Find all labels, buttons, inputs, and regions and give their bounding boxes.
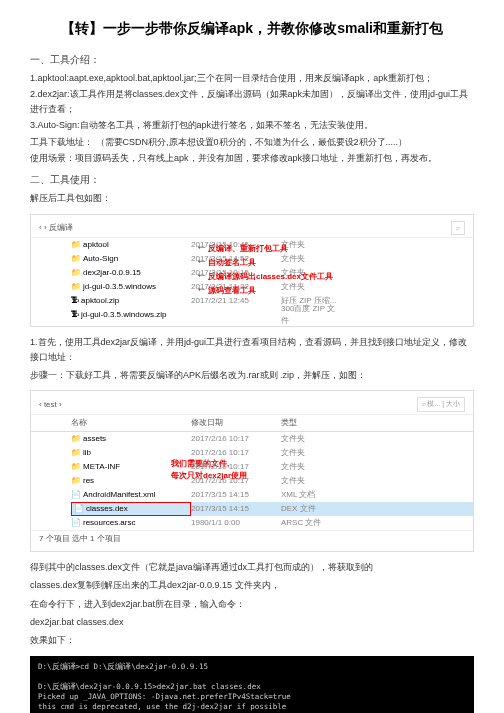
file-type: 文件夹 [281, 433, 341, 445]
file-type: 300百度 ZIP 文件 [281, 303, 341, 327]
section-tools-heading: 一、工具介绍： [30, 53, 474, 67]
file-name: assets [71, 433, 191, 445]
crumb-path: ‹ › 反编译 [39, 222, 73, 234]
file-name: dex2jar-0.0.9.15 [71, 267, 191, 279]
file-name: jd-gui-0.3.5.windows [71, 281, 191, 293]
file-name: classes.dex [71, 502, 191, 516]
file-date: 2017/2/21 12:45 [191, 295, 281, 307]
file-row[interactable]: lib2017/2/16 10:17文件夹 [71, 446, 473, 460]
file-row-selected[interactable]: classes.dex2017/3/15 14:15DEX 文件 [71, 502, 473, 516]
file-type: XML 文档 [281, 489, 341, 501]
crumb-path: ‹ test › [39, 399, 62, 411]
file-type: ARSC 文件 [281, 517, 341, 529]
file-type: 文件夹 [281, 253, 341, 265]
file-row[interactable]: Auto-Sign ←自动签名工具 2017/3/15 14:52 文件夹 [71, 252, 473, 266]
file-row[interactable]: res2017/2/16 10:17文件夹 [71, 474, 473, 488]
mid-p2: classes.dex复制到解压出来的工具dex2jar-0.0.9.15 文件… [30, 578, 474, 592]
file-row[interactable]: jd-gui-0.3.5.windows ←源码查看工具 2017/2/21 1… [71, 280, 473, 294]
tool-item-1: 1.apktool:aapt.exe,apktool.bat,apktool.j… [30, 71, 474, 85]
figure-cmd: D:\反编译>cd D:\反编译\dex2jar-0.0.9.15 D:\反编译… [30, 656, 474, 713]
file-date: 2017/3/15 14:15 [191, 489, 281, 501]
file-type: 文件夹 [281, 447, 341, 459]
step1-para1: 1.首先，使用工具dex2jar反编译，并用jd-gui工具进行查看项目结构，查… [30, 335, 474, 364]
mid-p1: 得到其中的classes.dex文件（它就是java编译再通过dx工具打包而成的… [30, 560, 474, 574]
figure-2-explorer: ‹ test › ⌕ 模... | 大小 名称修改日期类型 我们需要的文件, 每… [30, 390, 474, 552]
tool-item-3: 3.Auto-Sign:自动签名工具，将重新打包的apk进行签名，如果不签名，无… [30, 118, 474, 132]
file-type: 文件夹 [281, 281, 341, 293]
file-type: 文件夹 [281, 239, 341, 251]
breadcrumb[interactable]: ‹ › 反编译 ⌕ [31, 219, 473, 239]
step1-para2: 步骤一：下载好工具，将需要反编译的APK后缀名改为.rar或则 .zip，并解压… [30, 368, 474, 382]
use-scenario: 使用场景：项目源码丢失，只有线上apk，并没有加固，要求修改apk接口地址，并重… [30, 151, 474, 165]
section-use-heading: 二、工具使用： [30, 173, 474, 187]
file-name: META-INF [71, 461, 191, 473]
file-name: apktool [71, 239, 191, 251]
file-date: 2017/2/16 10:17 [191, 461, 281, 473]
column-headers[interactable]: 名称修改日期类型 [31, 415, 473, 432]
file-row[interactable]: AndroidManifest.xml2017/3/15 14:15XML 文档 [71, 488, 473, 502]
tool-download: 工具下载地址： （需要CSDN积分,原本想设置0积分的，不知道为什么，最低要设2… [30, 135, 474, 149]
mid-p3: 在命令行下，进入到dex2jar.bat所在目录，输入命令： [30, 597, 474, 611]
search-box[interactable]: ⌕ [451, 221, 465, 236]
file-name: res [71, 475, 191, 487]
file-name: Auto-Sign [71, 253, 191, 265]
file-row[interactable]: META-INF2017/2/16 10:17文件夹 [71, 460, 473, 474]
file-name: lib [71, 447, 191, 459]
tool-item-2: 2.dex2jar:该工具作用是将classes.dex文件，反编译出源码（如果… [30, 87, 474, 116]
file-row[interactable]: assets2017/2/16 10:17文件夹 [71, 432, 473, 446]
file-date: 2017/3/15 14:15 [191, 503, 281, 515]
file-type: DEX 文件 [281, 503, 341, 515]
status-bar: 7 个项目 选中 1 个项目 [31, 530, 473, 547]
file-name: jd-gui-0.3.5.windows.zip [71, 309, 191, 321]
file-type: 文件夹 [281, 461, 341, 473]
file-name: apktool.zip [71, 295, 191, 307]
file-row[interactable]: jd-gui-0.3.5.windows.zip 300百度 ZIP 文件 [71, 308, 473, 322]
file-row[interactable]: dex2jar-0.0.9.15 ←反编译源码出classes.dex文件工具 … [71, 266, 473, 280]
file-date: 2017/2/16 10:17 [191, 433, 281, 445]
cmd-text: dex2jar.bat classes.dex [30, 615, 474, 629]
file-row[interactable]: apktool ←反编译、重新打包工具 2017/3/15 10:45 文件夹 [71, 238, 473, 252]
file-row[interactable]: resources.arsc1980/1/1 0:00ARSC 文件 [71, 516, 473, 530]
mid-p4: 效果如下： [30, 633, 474, 647]
file-date: 2017/2/16 10:17 [191, 475, 281, 487]
terminal[interactable]: D:\反编译>cd D:\反编译\dex2jar-0.0.9.15 D:\反编译… [30, 656, 474, 713]
pic-caption: 解压后工具包如图： [30, 191, 474, 205]
file-name: AndroidManifest.xml [71, 489, 191, 501]
breadcrumb[interactable]: ‹ test › ⌕ 模... | 大小 [31, 395, 473, 415]
file-row[interactable]: apktool.zip 2017/2/21 12:45 好压 ZIP 压缩... [71, 294, 473, 308]
file-name: resources.arsc [71, 517, 191, 529]
search-box[interactable]: ⌕ 模... | 大小 [417, 397, 466, 412]
file-type: 文件夹 [281, 475, 341, 487]
file-date: 2017/2/16 10:17 [191, 447, 281, 459]
file-date: 1980/1/1 0:00 [191, 517, 281, 529]
figure-1-explorer: ‹ › 反编译 ⌕ apktool ←反编译、重新打包工具 2017/3/15 … [30, 214, 474, 328]
page-title: 【转】一步一步带你反编译apk，并教你修改smali和重新打包 [30, 20, 474, 38]
